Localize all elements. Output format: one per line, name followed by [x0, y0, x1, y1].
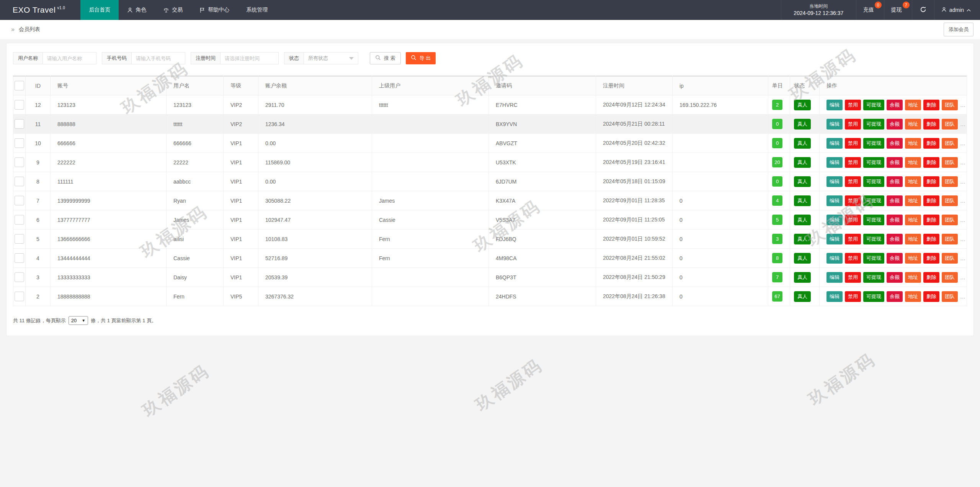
action-team-button[interactable]: 团队 — [942, 119, 958, 130]
search-button[interactable]: 搜 索 — [370, 52, 401, 64]
action-disable-button[interactable]: 禁用 — [845, 157, 861, 168]
action-team-button[interactable]: 团队 — [942, 253, 958, 264]
action-address-button[interactable]: 地址 — [905, 195, 921, 206]
refresh-button[interactable] — [912, 0, 934, 20]
action-edit-button[interactable]: 编辑 — [826, 234, 843, 244]
action-address-button[interactable]: 地址 — [905, 119, 921, 130]
username-input[interactable] — [43, 52, 96, 64]
action-disable-button[interactable]: 禁用 — [845, 215, 861, 225]
tab-roles[interactable]: 角色 — [119, 0, 155, 20]
action-delete-button[interactable]: 删除 — [923, 119, 939, 130]
row-checkbox[interactable] — [15, 292, 24, 301]
action-address-button[interactable]: 地址 — [905, 138, 921, 149]
action-edit-button[interactable]: 编辑 — [826, 157, 843, 168]
phone-input[interactable] — [132, 52, 185, 64]
action-disable-button[interactable]: 禁用 — [845, 138, 861, 149]
action-address-button[interactable]: 地址 — [905, 272, 921, 283]
action-edit-button[interactable]: 编辑 — [826, 272, 843, 283]
action-disable-button[interactable]: 禁用 — [845, 291, 861, 302]
action-team-button[interactable]: 团队 — [942, 138, 958, 149]
action-address-button[interactable]: 地址 — [905, 100, 921, 110]
select-all-checkbox[interactable] — [15, 81, 24, 90]
action-team-button[interactable]: 团队 — [942, 234, 958, 244]
action-balance-button[interactable]: 余额 — [887, 157, 903, 168]
tab-trade[interactable]: 交易 — [155, 0, 191, 20]
action-address-button[interactable]: 地址 — [905, 157, 921, 168]
action-withdrawable-button[interactable]: 可提现 — [863, 138, 884, 149]
row-more-actions[interactable]: … — [960, 102, 966, 108]
action-balance-button[interactable]: 余额 — [887, 215, 903, 225]
action-edit-button[interactable]: 编辑 — [826, 176, 843, 187]
row-checkbox[interactable] — [15, 215, 24, 225]
action-balance-button[interactable]: 余额 — [887, 272, 903, 283]
action-balance-button[interactable]: 余额 — [887, 100, 903, 110]
tab-system[interactable]: 系统管理 — [238, 0, 276, 20]
action-disable-button[interactable]: 禁用 — [845, 119, 861, 130]
row-more-actions[interactable]: … — [960, 217, 966, 223]
action-withdrawable-button[interactable]: 可提现 — [863, 157, 884, 168]
nav-withdraw[interactable]: 提现 7 — [884, 0, 912, 20]
row-checkbox[interactable] — [15, 138, 24, 148]
action-disable-button[interactable]: 禁用 — [845, 272, 861, 283]
row-checkbox[interactable] — [15, 196, 24, 205]
action-delete-button[interactable]: 删除 — [923, 253, 939, 264]
row-checkbox[interactable] — [15, 100, 24, 110]
action-withdrawable-button[interactable]: 可提现 — [863, 253, 884, 264]
action-team-button[interactable]: 团队 — [942, 157, 958, 168]
row-checkbox[interactable] — [15, 272, 24, 282]
nav-recharge[interactable]: 充值 0 — [856, 0, 884, 20]
action-disable-button[interactable]: 禁用 — [845, 253, 861, 264]
action-address-button[interactable]: 地址 — [905, 215, 921, 225]
action-disable-button[interactable]: 禁用 — [845, 195, 861, 206]
action-edit-button[interactable]: 编辑 — [826, 253, 843, 264]
action-withdrawable-button[interactable]: 可提现 — [863, 195, 884, 206]
row-checkbox[interactable] — [15, 119, 24, 129]
action-delete-button[interactable]: 删除 — [923, 234, 939, 244]
row-more-actions[interactable]: … — [960, 198, 966, 204]
action-edit-button[interactable]: 编辑 — [826, 138, 843, 149]
tab-help-center[interactable]: 帮助中心 — [191, 0, 238, 20]
action-edit-button[interactable]: 编辑 — [826, 215, 843, 225]
row-checkbox[interactable] — [15, 253, 24, 263]
action-balance-button[interactable]: 余额 — [887, 253, 903, 264]
action-delete-button[interactable]: 删除 — [923, 215, 939, 225]
page-size-select[interactable]: 20 ▼ — [69, 316, 88, 325]
action-withdrawable-button[interactable]: 可提现 — [863, 215, 884, 225]
action-withdrawable-button[interactable]: 可提现 — [863, 291, 884, 302]
action-disable-button[interactable]: 禁用 — [845, 100, 861, 110]
row-more-actions[interactable]: … — [960, 121, 966, 127]
row-more-actions[interactable]: … — [960, 236, 966, 242]
action-team-button[interactable]: 团队 — [942, 272, 958, 283]
row-checkbox[interactable] — [15, 234, 24, 244]
action-balance-button[interactable]: 余额 — [887, 195, 903, 206]
action-edit-button[interactable]: 编辑 — [826, 119, 843, 130]
action-delete-button[interactable]: 删除 — [923, 195, 939, 206]
action-withdrawable-button[interactable]: 可提现 — [863, 100, 884, 110]
row-more-actions[interactable]: … — [960, 294, 966, 300]
action-team-button[interactable]: 团队 — [942, 291, 958, 302]
action-withdrawable-button[interactable]: 可提现 — [863, 119, 884, 130]
action-withdrawable-button[interactable]: 可提现 — [863, 272, 884, 283]
action-balance-button[interactable]: 余额 — [887, 138, 903, 149]
row-more-actions[interactable]: … — [960, 140, 966, 146]
action-team-button[interactable]: 团队 — [942, 100, 958, 110]
row-more-actions[interactable]: … — [960, 179, 966, 185]
user-menu[interactable]: admin — [934, 0, 980, 20]
row-more-actions[interactable]: … — [960, 159, 966, 166]
row-checkbox[interactable] — [15, 157, 24, 167]
action-team-button[interactable]: 团队 — [942, 195, 958, 206]
action-balance-button[interactable]: 余额 — [887, 291, 903, 302]
row-more-actions[interactable]: … — [960, 255, 966, 261]
reg-time-input[interactable] — [220, 52, 279, 64]
action-withdrawable-button[interactable]: 可提现 — [863, 234, 884, 244]
action-disable-button[interactable]: 禁用 — [845, 176, 861, 187]
action-edit-button[interactable]: 编辑 — [826, 291, 843, 302]
action-edit-button[interactable]: 编辑 — [826, 195, 843, 206]
action-address-button[interactable]: 地址 — [905, 291, 921, 302]
action-delete-button[interactable]: 删除 — [923, 291, 939, 302]
action-team-button[interactable]: 团队 — [942, 215, 958, 225]
action-team-button[interactable]: 团队 — [942, 176, 958, 187]
row-checkbox[interactable] — [15, 177, 24, 186]
action-balance-button[interactable]: 余额 — [887, 234, 903, 244]
action-delete-button[interactable]: 删除 — [923, 138, 939, 149]
